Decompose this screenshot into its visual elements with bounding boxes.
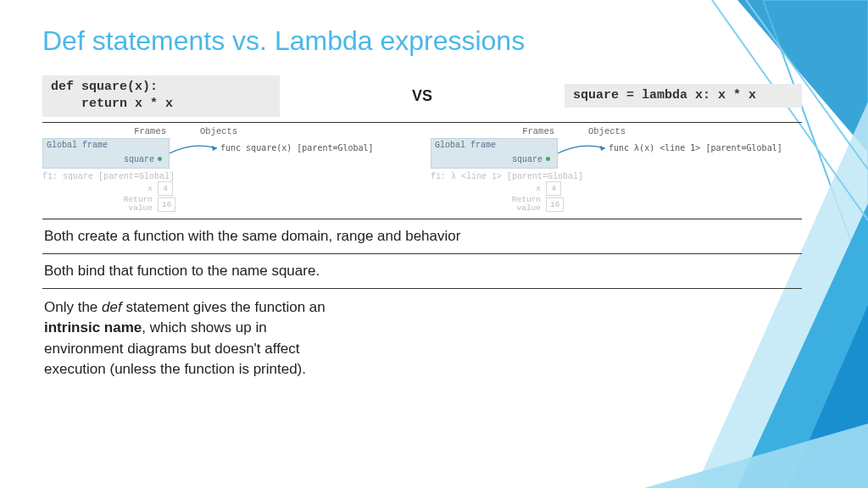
diagram-lambda: Frames Objects Global frame square func … [431,126,802,214]
vs-label: VS [412,87,432,105]
f1-vars: x4 Return value16 [119,181,414,214]
return-val: 16 [546,197,564,212]
global-frame-label: Global frame [435,141,554,150]
objects-header: Objects [200,126,237,136]
bullet-2: Both bind that function to the name squa… [42,254,802,289]
frames-header: Frames [512,126,554,136]
pointer-dot [158,157,162,161]
def-code-box: def square(x): return x * x [42,75,280,117]
svg-marker-9 [600,146,605,151]
func-object-def: func square(x) [parent=Global] [220,143,374,152]
f1-vars: x4 Return value16 [507,181,802,214]
environment-diagrams: Frames Objects Global frame square func … [42,122,802,219]
return-val: 16 [158,197,175,212]
bullet-1: Both create a function with the same dom… [42,219,802,254]
global-frame-label: Global frame [47,141,165,150]
f1-frame-label: f1: λ <line 1> [parent=Global] [431,172,802,181]
x-label: x [119,182,153,195]
diagram-def: Frames Objects Global frame square func … [42,126,414,214]
var-square: square [512,155,542,164]
return-label: Return value [507,196,541,214]
var-square: square [124,155,154,164]
return-label: Return value [119,196,153,214]
arrow-icon [168,143,220,155]
svg-marker-5 [644,424,868,488]
func-object-lambda: func λ(x) <line 1> [parent=Global] [609,143,782,152]
slide-title: Def statements vs. Lambda expressions [42,25,802,57]
pointer-dot [546,157,550,161]
x-label: x [507,182,541,195]
slide-content: Def statements vs. Lambda expressions de… [0,0,868,389]
arrow-icon [556,143,609,155]
frames-header: Frames [124,126,166,136]
f1-frame-label: f1: square [parent=Global] [42,172,414,181]
svg-marker-8 [212,146,217,151]
x-val: 4 [546,181,561,196]
objects-header: Objects [588,126,626,136]
code-comparison-row: def square(x): return x * x VS square = … [42,75,802,117]
global-frame-box: Global frame square [42,138,170,169]
bullet-3: Only the def statement gives the functio… [42,289,348,390]
lambda-code-box: square = lambda x: x * x [565,84,802,108]
x-val: 4 [158,181,173,196]
global-frame-box: Global frame square [431,138,558,169]
